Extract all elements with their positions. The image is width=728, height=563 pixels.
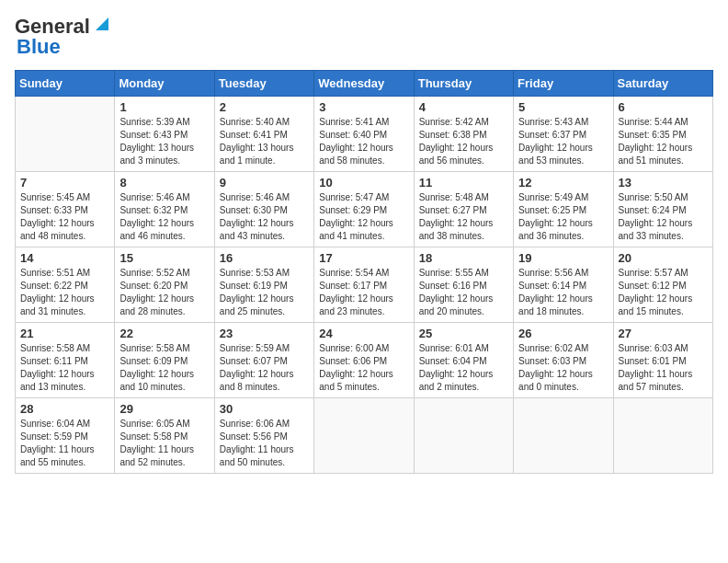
logo-icon — [92, 14, 112, 34]
day-number: 14 — [20, 251, 109, 265]
day-cell: 13Sunrise: 5:50 AM Sunset: 6:24 PM Dayli… — [613, 172, 712, 247]
day-number: 10 — [319, 176, 408, 190]
day-info: Sunrise: 5:48 AM Sunset: 6:27 PM Dayligh… — [419, 191, 508, 243]
day-cell: 3Sunrise: 5:41 AM Sunset: 6:40 PM Daylig… — [314, 97, 414, 172]
day-cell: 14Sunrise: 5:51 AM Sunset: 6:22 PM Dayli… — [16, 247, 115, 323]
day-number: 28 — [20, 402, 109, 416]
day-cell: 9Sunrise: 5:46 AM Sunset: 6:30 PM Daylig… — [214, 172, 313, 247]
day-info: Sunrise: 6:02 AM Sunset: 6:03 PM Dayligh… — [518, 342, 608, 394]
week-row-1: 7Sunrise: 5:45 AM Sunset: 6:33 PM Daylig… — [16, 172, 713, 247]
day-number: 8 — [119, 176, 209, 190]
day-number: 25 — [419, 327, 508, 340]
day-number: 21 — [20, 327, 109, 340]
day-cell — [314, 398, 414, 474]
day-cell: 6Sunrise: 5:44 AM Sunset: 6:35 PM Daylig… — [613, 97, 712, 172]
day-info: Sunrise: 6:01 AM Sunset: 6:04 PM Dayligh… — [419, 342, 508, 394]
day-info: Sunrise: 5:56 AM Sunset: 6:14 PM Dayligh… — [518, 267, 608, 318]
day-info: Sunrise: 5:58 AM Sunset: 6:11 PM Dayligh… — [20, 342, 109, 394]
week-row-2: 14Sunrise: 5:51 AM Sunset: 6:22 PM Dayli… — [16, 247, 713, 323]
day-info: Sunrise: 5:39 AM Sunset: 6:43 PM Dayligh… — [119, 116, 209, 167]
day-number: 17 — [319, 251, 408, 265]
day-number: 20 — [619, 251, 708, 265]
day-info: Sunrise: 5:42 AM Sunset: 6:38 PM Dayligh… — [419, 116, 508, 167]
day-number: 11 — [419, 176, 508, 190]
day-info: Sunrise: 5:57 AM Sunset: 6:12 PM Dayligh… — [619, 267, 708, 318]
day-cell: 11Sunrise: 5:48 AM Sunset: 6:27 PM Dayli… — [414, 172, 513, 247]
day-info: Sunrise: 6:03 AM Sunset: 6:01 PM Dayligh… — [619, 342, 708, 394]
day-info: Sunrise: 5:40 AM Sunset: 6:41 PM Dayligh… — [220, 116, 309, 167]
day-cell: 12Sunrise: 5:49 AM Sunset: 6:25 PM Dayli… — [514, 172, 613, 247]
calendar-table: SundayMondayTuesdayWednesdayThursdayFrid… — [15, 70, 713, 474]
day-info: Sunrise: 5:59 AM Sunset: 6:07 PM Dayligh… — [220, 342, 309, 394]
day-number: 1 — [119, 100, 209, 114]
day-info: Sunrise: 5:46 AM Sunset: 6:30 PM Dayligh… — [220, 191, 309, 243]
day-cell: 1Sunrise: 5:39 AM Sunset: 6:43 PM Daylig… — [115, 97, 214, 172]
day-cell: 26Sunrise: 6:02 AM Sunset: 6:03 PM Dayli… — [514, 323, 613, 398]
day-number: 5 — [518, 100, 608, 114]
day-number: 29 — [119, 402, 209, 416]
day-info: Sunrise: 5:51 AM Sunset: 6:22 PM Dayligh… — [20, 267, 109, 318]
week-row-3: 21Sunrise: 5:58 AM Sunset: 6:11 PM Dayli… — [16, 323, 713, 398]
day-cell: 4Sunrise: 5:42 AM Sunset: 6:38 PM Daylig… — [414, 97, 513, 172]
day-info: Sunrise: 5:47 AM Sunset: 6:29 PM Dayligh… — [319, 191, 408, 243]
day-number: 18 — [419, 251, 508, 265]
day-cell: 29Sunrise: 6:05 AM Sunset: 5:58 PM Dayli… — [115, 398, 214, 474]
day-info: Sunrise: 5:50 AM Sunset: 6:24 PM Dayligh… — [619, 191, 708, 243]
day-info: Sunrise: 5:41 AM Sunset: 6:40 PM Dayligh… — [319, 116, 408, 167]
day-cell — [414, 398, 513, 474]
day-number: 2 — [220, 100, 309, 114]
day-number: 12 — [518, 176, 608, 190]
weekday-header-thursday: Thursday — [414, 71, 513, 97]
weekday-header-row: SundayMondayTuesdayWednesdayThursdayFrid… — [16, 71, 713, 97]
weekday-header-wednesday: Wednesday — [314, 71, 414, 97]
day-number: 22 — [119, 327, 209, 340]
day-cell: 21Sunrise: 5:58 AM Sunset: 6:11 PM Dayli… — [16, 323, 115, 398]
day-cell: 7Sunrise: 5:45 AM Sunset: 6:33 PM Daylig… — [16, 172, 115, 247]
week-row-0: 1Sunrise: 5:39 AM Sunset: 6:43 PM Daylig… — [16, 97, 713, 172]
day-number: 3 — [319, 100, 408, 114]
day-cell: 23Sunrise: 5:59 AM Sunset: 6:07 PM Dayli… — [214, 323, 313, 398]
day-info: Sunrise: 5:46 AM Sunset: 6:32 PM Dayligh… — [119, 191, 209, 243]
day-info: Sunrise: 5:44 AM Sunset: 6:35 PM Dayligh… — [619, 116, 708, 167]
day-info: Sunrise: 5:58 AM Sunset: 6:09 PM Dayligh… — [119, 342, 209, 394]
logo: General Blue — [15, 15, 112, 59]
day-info: Sunrise: 5:49 AM Sunset: 6:25 PM Dayligh… — [518, 191, 608, 243]
weekday-header-friday: Friday — [514, 71, 613, 97]
weekday-header-sunday: Sunday — [16, 71, 115, 97]
day-info: Sunrise: 5:43 AM Sunset: 6:37 PM Dayligh… — [518, 116, 608, 167]
week-row-4: 28Sunrise: 6:04 AM Sunset: 5:59 PM Dayli… — [16, 398, 713, 474]
weekday-header-saturday: Saturday — [613, 71, 712, 97]
day-info: Sunrise: 6:05 AM Sunset: 5:58 PM Dayligh… — [119, 418, 209, 469]
day-cell — [613, 398, 712, 474]
day-info: Sunrise: 5:54 AM Sunset: 6:17 PM Dayligh… — [319, 267, 408, 318]
day-info: Sunrise: 6:00 AM Sunset: 6:06 PM Dayligh… — [319, 342, 408, 394]
day-cell — [16, 97, 115, 172]
day-cell: 25Sunrise: 6:01 AM Sunset: 6:04 PM Dayli… — [414, 323, 513, 398]
day-number: 13 — [619, 176, 708, 190]
day-cell: 30Sunrise: 6:06 AM Sunset: 5:56 PM Dayli… — [214, 398, 313, 474]
day-cell: 5Sunrise: 5:43 AM Sunset: 6:37 PM Daylig… — [514, 97, 613, 172]
day-cell: 15Sunrise: 5:52 AM Sunset: 6:20 PM Dayli… — [115, 247, 214, 323]
day-cell: 18Sunrise: 5:55 AM Sunset: 6:16 PM Dayli… — [414, 247, 513, 323]
weekday-header-monday: Monday — [115, 71, 214, 97]
day-number: 27 — [619, 327, 708, 340]
day-cell: 27Sunrise: 6:03 AM Sunset: 6:01 PM Dayli… — [613, 323, 712, 398]
day-number: 30 — [220, 402, 309, 416]
day-cell — [514, 398, 613, 474]
day-number: 15 — [119, 251, 209, 265]
day-number: 16 — [220, 251, 309, 265]
day-cell: 20Sunrise: 5:57 AM Sunset: 6:12 PM Dayli… — [613, 247, 712, 323]
day-info: Sunrise: 5:53 AM Sunset: 6:19 PM Dayligh… — [220, 267, 309, 318]
day-number: 7 — [20, 176, 109, 190]
day-number: 4 — [419, 100, 508, 114]
page-header: General Blue — [15, 15, 713, 59]
day-number: 6 — [619, 100, 708, 114]
day-number: 19 — [518, 251, 608, 265]
day-cell: 2Sunrise: 5:40 AM Sunset: 6:41 PM Daylig… — [214, 97, 313, 172]
day-cell: 16Sunrise: 5:53 AM Sunset: 6:19 PM Dayli… — [214, 247, 313, 323]
day-info: Sunrise: 6:06 AM Sunset: 5:56 PM Dayligh… — [220, 418, 309, 469]
day-number: 9 — [220, 176, 309, 190]
day-cell: 28Sunrise: 6:04 AM Sunset: 5:59 PM Dayli… — [16, 398, 115, 474]
logo-blue: Blue — [17, 35, 61, 59]
day-cell: 24Sunrise: 6:00 AM Sunset: 6:06 PM Dayli… — [314, 323, 414, 398]
